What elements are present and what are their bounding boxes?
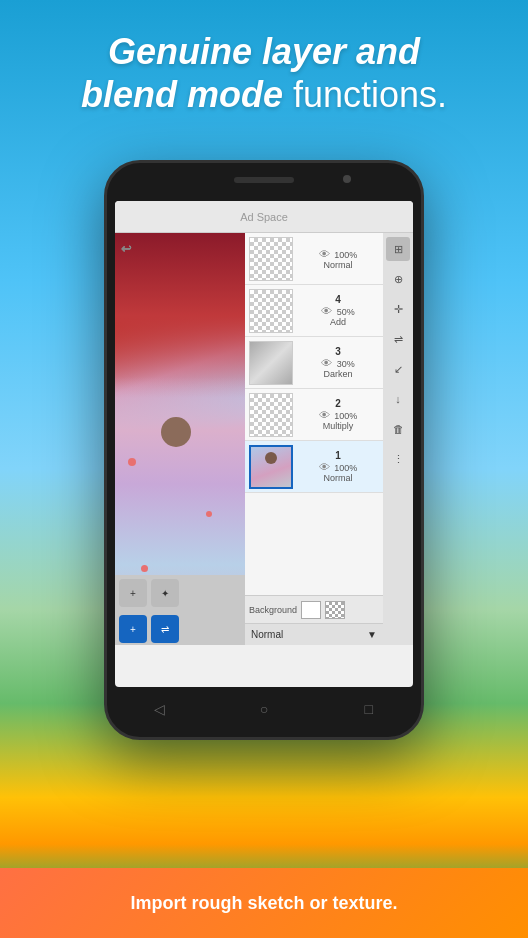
merge-arrow-4: ↩ <box>121 241 132 256</box>
artwork-panel: ↩ ↩ ↩ ↩ + ✦ + ⇌ <box>115 233 245 645</box>
layer-3-mode: Darken <box>323 369 352 379</box>
layer-4-thumb <box>249 289 293 333</box>
checkerboard-tool[interactable]: ⊞ <box>386 237 410 261</box>
add-sub-button[interactable]: + <box>119 615 147 643</box>
layer-item-5[interactable]: 👁 100% Normal <box>245 233 383 285</box>
download-tool[interactable]: ↓ <box>386 387 410 411</box>
ad-space-label: Ad Space <box>240 211 288 223</box>
blend-mode-arrow[interactable]: ▼ <box>367 629 377 640</box>
layer-5-opacity: 100% <box>334 250 357 260</box>
layers-list: 👁 100% Normal 4 👁 <box>245 233 383 595</box>
blend-mode-label: Normal <box>251 629 283 640</box>
layer-5-info: 👁 100% Normal <box>297 248 379 270</box>
layer-5-mode: Normal <box>323 260 352 270</box>
layer-2-mode: Multiply <box>323 421 354 431</box>
artwork-top <box>115 233 245 398</box>
layer-1-opacity: 100% <box>334 463 357 473</box>
layer-1-info: 1 👁 100% Normal <box>297 450 379 483</box>
layer-4-num: 4 <box>335 294 341 305</box>
background-label: Background <box>249 605 297 615</box>
delete-tool[interactable]: 🗑 <box>386 417 410 441</box>
title-line2: blend mode functions. <box>81 74 447 115</box>
layer-3-info: 3 👁 30% Darken <box>297 346 379 379</box>
layer-5-eye[interactable]: 👁 <box>319 248 330 260</box>
blend-mode-row[interactable]: Normal ▼ <box>245 623 383 645</box>
phone-device: Ad Space <box>104 160 424 740</box>
layer-4-mode: Add <box>330 317 346 327</box>
bottom-banner: Import rough sketch or texture. <box>0 868 528 938</box>
layer-2-num: 2 <box>335 398 341 409</box>
petal2 <box>206 511 212 517</box>
petal1 <box>128 458 136 466</box>
phone-screen: Ad Space <box>115 201 413 687</box>
move-button[interactable]: ⇌ <box>151 615 179 643</box>
layer-item-3[interactable]: 3 👁 30% Darken <box>245 337 383 389</box>
layers-panel: 👁 100% Normal 4 👁 <box>245 233 383 645</box>
layer-2-info: 2 👁 100% Multiply <box>297 398 379 431</box>
phone-body: Ad Space <box>104 160 424 740</box>
layer-4-info: 4 👁 50% Add <box>297 294 379 327</box>
title-line1: Genuine layer and <box>108 31 420 72</box>
phone-camera <box>343 175 351 183</box>
layer-3-num: 3 <box>335 346 341 357</box>
layer-1-mode: Normal <box>323 473 352 483</box>
nav-recent-button[interactable]: □ <box>354 694 384 724</box>
layer-3-opacity: 30% <box>337 359 355 369</box>
bg-white-swatch[interactable] <box>301 601 321 619</box>
move-tool[interactable]: ✛ <box>386 297 410 321</box>
add-layer-button[interactable]: + <box>119 579 147 607</box>
toolbar-row-1: + ✦ <box>115 575 245 611</box>
nav-back-button[interactable]: ◁ <box>144 694 174 724</box>
layer-2-opacity: 100% <box>334 411 357 421</box>
arrow-down-left-tool[interactable]: ↙ <box>386 357 410 381</box>
merge-layer-button[interactable]: ✦ <box>151 579 179 607</box>
ad-space-bar: Ad Space <box>115 201 413 233</box>
phone-speaker <box>234 177 294 183</box>
bottom-banner-text: Import rough sketch or texture. <box>130 893 397 914</box>
layer-3-eye[interactable]: 👁 <box>321 357 332 369</box>
layer-1-thumb <box>249 445 293 489</box>
title-area: Genuine layer and blend mode functions. <box>0 30 528 116</box>
grid-tool[interactable]: ⊕ <box>386 267 410 291</box>
flip-tool[interactable]: ⇌ <box>386 327 410 351</box>
character-head <box>161 417 191 447</box>
more-tool[interactable]: ⋮ <box>386 447 410 471</box>
layer-item-4[interactable]: 4 👁 50% Add <box>245 285 383 337</box>
layer-2-thumb <box>249 393 293 437</box>
layers-scroll: 👁 100% Normal 4 👁 <box>245 233 383 645</box>
bg-checker-swatch[interactable] <box>325 601 345 619</box>
page-title: Genuine layer and blend mode functions. <box>30 30 498 116</box>
layer-1-eye[interactable]: 👁 <box>319 461 330 473</box>
background-row: Background <box>245 595 383 623</box>
layer-5-thumb <box>249 237 293 281</box>
layer-2-eye[interactable]: 👁 <box>319 409 330 421</box>
phone-nav-bar: ◁ ○ □ <box>107 691 421 727</box>
right-tools-panel: ⊞ ⊕ ✛ ⇌ ↙ ↓ 🗑 ⋮ <box>383 233 413 645</box>
layer-4-opacity: 50% <box>337 307 355 317</box>
layer-item-1[interactable]: 1 👁 100% Normal <box>245 441 383 493</box>
layer-1-num: 1 <box>335 450 341 461</box>
nav-home-button[interactable]: ○ <box>249 694 279 724</box>
layer-4-eye[interactable]: 👁 <box>321 305 332 317</box>
layer-3-thumb <box>249 341 293 385</box>
petal3 <box>141 565 148 572</box>
layer-item-2[interactable]: 2 👁 100% Multiply <box>245 389 383 441</box>
toolbar-row-2: + ⇌ <box>115 611 245 645</box>
bottom-left-toolbar: + ✦ + ⇌ 📷 <box>115 575 245 645</box>
main-canvas-area: ↩ ↩ ↩ ↩ + ✦ + ⇌ <box>115 233 413 645</box>
